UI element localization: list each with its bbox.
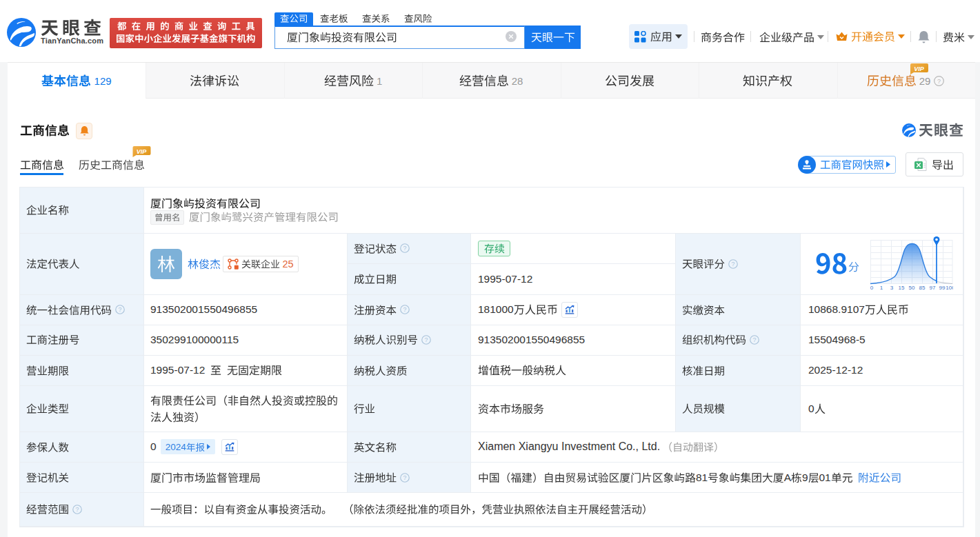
svg-text:?: ? (732, 261, 735, 267)
svg-text:?: ? (403, 245, 407, 252)
svg-text:?: ? (403, 306, 407, 313)
svg-text:?: ? (76, 506, 79, 513)
svg-text:85: 85 (919, 285, 926, 290)
svg-text:50: 50 (909, 285, 915, 290)
svg-text:VIP: VIP (137, 148, 148, 155)
svg-text:?: ? (753, 336, 757, 343)
svg-text:?: ? (119, 306, 122, 313)
svg-text:0: 0 (870, 285, 874, 290)
svg-text:?: ? (425, 336, 428, 343)
svg-text:99: 99 (939, 285, 946, 290)
svg-text:3: 3 (890, 285, 894, 290)
svg-text:100: 100 (946, 285, 953, 290)
svg-text:?: ? (403, 474, 407, 481)
svg-text:VIP: VIP (914, 65, 925, 72)
svg-text:1: 1 (880, 285, 883, 290)
svg-text:97: 97 (930, 285, 936, 290)
svg-text:15: 15 (899, 285, 905, 290)
svg-text:?: ? (937, 77, 941, 84)
